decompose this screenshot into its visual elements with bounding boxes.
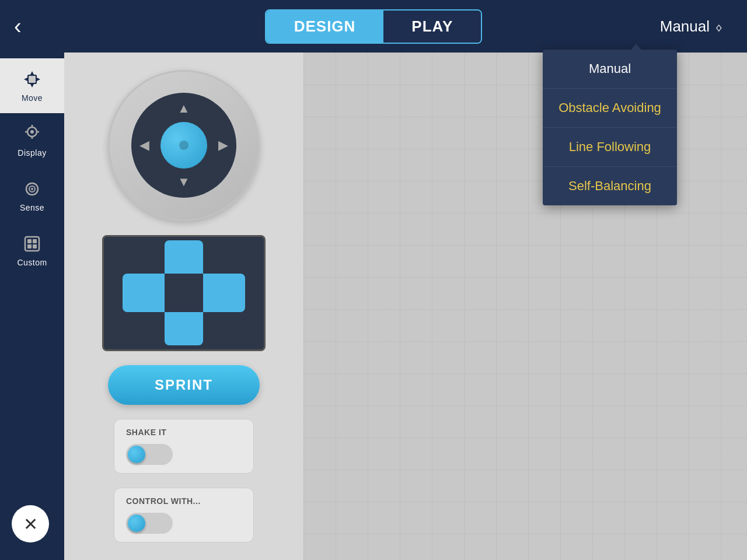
control-panel: ▲ ▼ ◀ ▶ SPRINT SHAKE IT <box>64 52 303 560</box>
dpad-container[interactable] <box>102 235 266 351</box>
mode-label: Manual <box>660 18 710 36</box>
dropdown-arrow-up <box>629 44 643 52</box>
sidebar-item-display-label: Display <box>18 148 46 158</box>
dropdown-item-manual[interactable]: Manual <box>543 50 677 89</box>
dropdown-menu: Manual Obstacle Avoiding Line Following … <box>543 50 677 205</box>
joystick-arrow-up: ▲ <box>177 101 190 116</box>
joystick-center <box>160 122 207 169</box>
close-icon: ✕ <box>23 514 38 534</box>
shake-it-thumb <box>128 446 145 463</box>
svg-rect-18 <box>27 244 32 249</box>
sidebar-item-sense-label: Sense <box>20 203 44 212</box>
dropdown-item-self-balancing[interactable]: Self-Balancing <box>543 167 677 205</box>
tab-group: DESIGN PLAY <box>265 9 483 44</box>
svg-point-7 <box>30 130 34 134</box>
grid-area <box>303 52 747 560</box>
shake-it-card: SHAKE IT <box>114 419 254 474</box>
joystick-arrow-left: ◀ <box>139 138 149 153</box>
shake-it-toggle-row <box>126 444 242 465</box>
joystick-arrow-right: ▶ <box>218 138 228 153</box>
svg-rect-15 <box>25 237 39 251</box>
control-with-thumb <box>128 514 145 532</box>
sidebar-item-custom[interactable]: Custom <box>0 223 64 278</box>
joystick[interactable]: ▲ ▼ ◀ ▶ <box>108 70 260 221</box>
mode-dropdown-button[interactable]: Manual ⬨ <box>660 18 724 36</box>
control-with-label: CONTROL WITH... <box>126 496 242 506</box>
dropdown-item-obstacle-avoiding[interactable]: Obstacle Avoiding <box>543 89 677 128</box>
dpad <box>123 240 245 345</box>
control-with-card: CONTROL WITH... <box>114 488 254 542</box>
joystick-arrow-down: ▼ <box>177 174 190 190</box>
control-with-toggle[interactable] <box>126 513 173 534</box>
sidebar-item-move[interactable]: Move <box>0 58 64 113</box>
move-icon <box>22 69 43 90</box>
svg-rect-16 <box>27 239 32 243</box>
dropdown-item-line-following[interactable]: Line Following <box>543 128 677 167</box>
joystick-inner: ▲ ▼ ◀ ▶ <box>131 93 236 198</box>
sidebar-item-move-label: Move <box>22 93 43 103</box>
sidebar: Move Display Sense <box>0 52 64 560</box>
sense-icon <box>22 178 43 200</box>
svg-rect-17 <box>33 239 37 243</box>
custom-icon <box>22 233 43 254</box>
display-icon <box>22 124 43 145</box>
svg-rect-19 <box>33 244 37 249</box>
sidebar-item-sense[interactable]: Sense <box>0 168 64 223</box>
mode-dropdown-arrow: ⬨ <box>714 18 724 36</box>
tab-design[interactable]: DESIGN <box>266 10 384 43</box>
dpad-center <box>165 274 203 312</box>
tab-play[interactable]: PLAY <box>383 10 481 43</box>
sidebar-item-custom-label: Custom <box>17 258 47 267</box>
control-with-toggle-row <box>126 513 242 534</box>
svg-rect-5 <box>29 76 36 83</box>
sidebar-item-display[interactable]: Display <box>0 113 64 168</box>
shake-it-label: SHAKE IT <box>126 428 242 437</box>
shake-it-toggle[interactable] <box>126 444 173 465</box>
back-button[interactable]: ‹ <box>14 15 22 37</box>
svg-point-14 <box>31 188 33 190</box>
sprint-button[interactable]: SPRINT <box>108 365 260 405</box>
close-button[interactable]: ✕ <box>12 505 49 542</box>
